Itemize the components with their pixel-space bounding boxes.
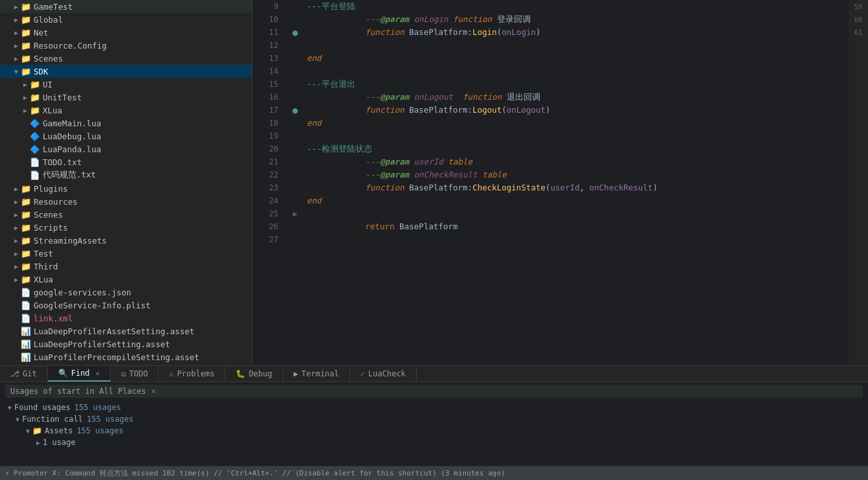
- asset-file-icon: 📊: [21, 339, 31, 349]
- usage-assets[interactable]: ▼ 📁 Assets 155 usages: [5, 425, 863, 437]
- folder-icon: 📁: [21, 196, 31, 207]
- plist-file-icon: 📄: [21, 300, 31, 310]
- sidebar-item-label: Scenes: [34, 54, 63, 63]
- minimap: 59 60 61: [849, 0, 868, 365]
- folder-icon: 📁: [21, 53, 31, 63]
- lua-file-icon: 🔷: [30, 118, 40, 128]
- sidebar-item-luadebug[interactable]: ▶ 🔷 LuaDebug.lua: [0, 130, 252, 143]
- folder-icon: 📁: [21, 66, 31, 76]
- sidebar-item-scenes[interactable]: ▶ 📁 Scenes: [0, 208, 252, 221]
- tab-git[interactable]: ⎇ Git: [0, 367, 48, 381]
- tab-debug[interactable]: 🐛 Debug: [225, 367, 283, 381]
- sidebar-item-link-xml[interactable]: ▶ 📄 link.xml: [0, 312, 252, 325]
- sidebar-item-luadeepprofiler-asset[interactable]: ▶ 📊 LuaDeepProfilerAssetSetting.asset: [0, 325, 252, 337]
- sidebar-item-label: 代码规范.txt: [43, 170, 96, 181]
- terminal-icon: ▶: [294, 369, 298, 378]
- arrow-icon: ▶: [12, 15, 21, 24]
- tab-problems[interactable]: ⚠ Problems: [159, 367, 225, 381]
- sidebar-item-sdk[interactable]: ▼ 📁 SDK: [0, 65, 252, 78]
- sidebar-item-label: LuaPanda.lua: [43, 144, 101, 154]
- one-usage-label: 1 usage: [43, 438, 76, 447]
- sidebar-item-global[interactable]: ▶ 📁 Global: [0, 13, 252, 26]
- sidebar-item-luadeepprofilersetting[interactable]: ▶ 📊 LuaDeepProfilerSetting.asset: [0, 337, 252, 350]
- sidebar-item-ui[interactable]: ▶ 📁 UI: [0, 78, 252, 91]
- sidebar-item-todo[interactable]: ▶ 📄 TODO.txt: [0, 155, 252, 168]
- sidebar-item-label: XLua: [34, 275, 53, 284]
- arrow-icon: ▶: [12, 28, 21, 37]
- find-header-close[interactable]: ×: [151, 387, 156, 396]
- code-line: return BasePlatform: [289, 220, 849, 233]
- code-line: ● function BasePlatform:Login(onLogin): [289, 26, 849, 39]
- sidebar-item-label: Scripts: [34, 223, 68, 233]
- sidebar-item-scripts[interactable]: ▶ 📁 Scripts: [0, 221, 252, 234]
- arrow-icon: ▶: [12, 236, 21, 245]
- sidebar-item-test[interactable]: ▶ 📁 Test: [0, 247, 252, 260]
- code-line: [289, 130, 849, 143]
- tab-luacheck[interactable]: ✓ LuaCheck: [350, 367, 417, 381]
- arrow-icon: ▶: [12, 41, 21, 50]
- folder-icon: 📁: [30, 92, 40, 102]
- minimap-line-60: 60: [854, 14, 862, 26]
- assets-label: Assets: [45, 426, 72, 435]
- sidebar-item-xlua[interactable]: ▶ 📁 XLua: [0, 273, 252, 286]
- sidebar-item-label: GameMain.lua: [43, 119, 101, 128]
- arrow-icon: ▶: [12, 2, 21, 11]
- tab-terminal[interactable]: ▶ Terminal: [284, 367, 350, 381]
- sidebar-item-resources[interactable]: ▶ 📁 Resources: [0, 195, 252, 208]
- sidebar-item-third[interactable]: ▶ 📁 Third: [0, 260, 252, 273]
- sidebar-item-unittest[interactable]: ▶ 📁 UnitTest: [0, 91, 252, 104]
- sidebar-item-label: Scenes: [34, 210, 63, 220]
- luacheck-icon: ✓: [361, 369, 365, 378]
- sidebar-item-label: UnitTest: [43, 93, 82, 102]
- bottom-panel: ⎇ Git 🔍 Find × ☑ TODO ⚠ Problems 🐛 Debug…: [0, 365, 868, 466]
- usage-function-call[interactable]: ▼ Function call 155 usages: [5, 413, 863, 425]
- sidebar-item-label: GoogleService-Info.plist: [34, 301, 151, 310]
- folder-icon: 📁: [30, 79, 40, 89]
- sidebar-item-streamingassets[interactable]: ▶ 📁 StreamingAssets: [0, 234, 252, 247]
- sidebar-item-google-services[interactable]: ▶ 📄 google-services.json: [0, 286, 252, 299]
- sidebar-item-label: Global: [34, 15, 63, 25]
- tab-find[interactable]: 🔍 Find ×: [48, 366, 111, 382]
- usage-1-usage[interactable]: ▶ 1 usage: [5, 437, 863, 448]
- sidebar-item-plugins[interactable]: ▶ 📁 Plugins: [0, 182, 252, 195]
- tab-label: Find: [71, 369, 90, 378]
- folder-icon: 📁: [21, 209, 31, 220]
- debug-icon: 🐛: [236, 369, 245, 378]
- sidebar-item-google-service-info[interactable]: ▶ 📄 GoogleService-Info.plist: [0, 299, 252, 312]
- sidebar-item-scenes-top[interactable]: ▶ 📁 Scenes: [0, 52, 252, 65]
- sidebar-item-xlua-sub[interactable]: ▶ 📁 XLua: [0, 104, 252, 117]
- tab-close-button[interactable]: ×: [96, 369, 100, 378]
- find-header-label: Usages of start in All Places: [10, 387, 146, 396]
- arrow-icon: ▶: [12, 275, 21, 284]
- usage-found-usages[interactable]: ▼ Found usages 155 usages: [5, 402, 863, 413]
- arrow-icon: ▶: [21, 80, 30, 89]
- tab-todo[interactable]: ☑ TODO: [111, 367, 159, 381]
- assets-count: 155 usages: [76, 426, 123, 435]
- found-usages-count: 155 usages: [74, 403, 121, 412]
- sidebar-item-luapanda[interactable]: ▶ 🔷 LuaPanda.lua: [0, 143, 252, 155]
- sidebar-item-gametest[interactable]: ▶ 📁 GameTest: [0, 0, 252, 13]
- sidebar-item-label: LuaDeepProfilerAssetSetting.asset: [34, 326, 194, 336]
- sidebar-item-gamemain[interactable]: ▶ 🔷 GameMain.lua: [0, 117, 252, 130]
- lua-file-icon: 🔷: [30, 131, 40, 141]
- bottom-tab-bar: ⎇ Git 🔍 Find × ☑ TODO ⚠ Problems 🐛 Debug…: [0, 366, 868, 382]
- sidebar-item-label: Plugins: [34, 184, 68, 194]
- tab-label: Git: [23, 369, 37, 378]
- sidebar-item-net[interactable]: ▶ 📁 Net: [0, 26, 252, 39]
- arrow-icon: ▶: [12, 223, 21, 232]
- sidebar-item-luaprofiler-precompile[interactable]: ▶ 📊 LuaProfilerPrecompileSetting.asset: [0, 350, 252, 363]
- code-line: [289, 65, 849, 78]
- arrow-icon: ▼: [12, 67, 21, 76]
- sidebar-item-label: LuaProfilerPrecompileSetting.asset: [34, 352, 199, 362]
- sidebar-item-coderule[interactable]: ▶ 📄 代码规范.txt: [0, 168, 252, 182]
- arrow-icon: ▶: [21, 106, 30, 115]
- find-icon: 🔍: [58, 369, 68, 378]
- json-file-icon: 📄: [21, 287, 31, 297]
- sidebar-item-resource-config[interactable]: ▶ 📁 Resource.Config: [0, 39, 252, 52]
- code-content[interactable]: ---平台登陆 ---@param onLogin function 登录回调 …: [284, 0, 849, 365]
- sidebar-item-label: Test: [34, 249, 53, 258]
- folder-icon: 📁: [21, 1, 31, 12]
- file-tree[interactable]: ▶ 📁 GameTest ▶ 📁 Global ▶ 📁 Net ▶ 📁 Reso…: [0, 0, 252, 365]
- function-call-count: 155 usages: [87, 415, 133, 424]
- sidebar-item-label: XLua: [43, 106, 62, 115]
